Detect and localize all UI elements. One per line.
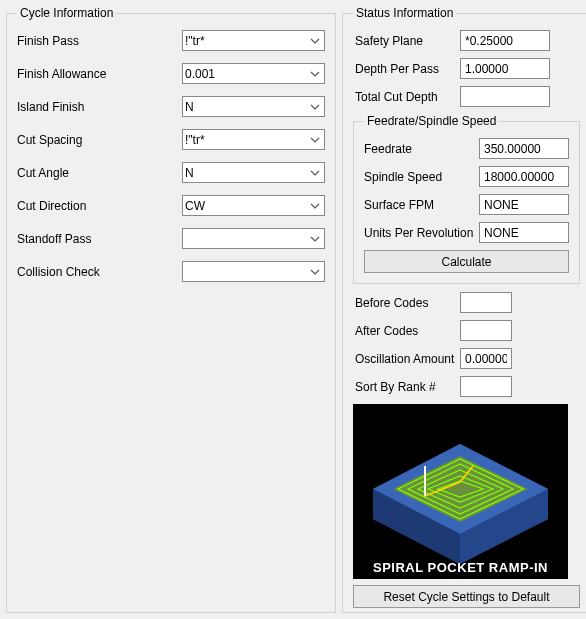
- label-safety-plane: Safety Plane: [355, 34, 460, 48]
- label-before-codes: Before Codes: [355, 296, 460, 310]
- row-osc-amount: Oscillation Amount: [353, 348, 580, 369]
- label-osc-amount: Oscillation Amount: [355, 352, 460, 366]
- label-units-per-rev: Units Per Revolution: [364, 226, 479, 240]
- feedrate-spindle-group: Feedrate/Spindle Speed Feedrate Spindle …: [353, 114, 580, 284]
- safety-plane-input[interactable]: [460, 30, 550, 51]
- standoff-pass-select[interactable]: [182, 228, 325, 249]
- label-after-codes: After Codes: [355, 324, 460, 338]
- finish-pass-select[interactable]: !"tr*: [182, 30, 325, 51]
- row-cut-spacing: Cut Spacing !"tr*: [17, 129, 325, 150]
- cycle-information-group: Cycle Information Finish Pass !"tr* Fini…: [6, 6, 336, 613]
- sort-by-rank-input[interactable]: [460, 376, 512, 397]
- row-total-cut-depth: Total Cut Depth: [353, 86, 580, 107]
- cut-spacing-select[interactable]: !"tr*: [182, 129, 325, 150]
- row-surface-fpm: Surface FPM: [364, 194, 569, 215]
- island-finish-select[interactable]: N: [182, 96, 325, 117]
- cycle-information-legend: Cycle Information: [17, 6, 116, 20]
- row-standoff-pass: Standoff Pass: [17, 228, 325, 249]
- row-after-codes: After Codes: [353, 320, 580, 341]
- row-cut-direction: Cut Direction CW: [17, 195, 325, 216]
- surface-fpm-input[interactable]: [479, 194, 569, 215]
- label-island-finish: Island Finish: [17, 100, 182, 114]
- main-layout: Cycle Information Finish Pass !"tr* Fini…: [6, 6, 580, 613]
- cycle-preview-image: SPIRAL POCKET RAMP-IN: [353, 404, 568, 579]
- row-island-finish: Island Finish N: [17, 96, 325, 117]
- label-spindle-speed: Spindle Speed: [364, 170, 479, 184]
- row-units-per-rev: Units Per Revolution: [364, 222, 569, 243]
- row-depth-per-pass: Depth Per Pass: [353, 58, 580, 79]
- osc-amount-input[interactable]: [460, 348, 512, 369]
- total-cut-depth-input[interactable]: [460, 86, 550, 107]
- status-information-legend: Status Information: [353, 6, 456, 20]
- feedrate-input[interactable]: [479, 138, 569, 159]
- reset-cycle-button[interactable]: Reset Cycle Settings to Default: [353, 585, 580, 608]
- units-per-rev-input[interactable]: [479, 222, 569, 243]
- after-codes-input[interactable]: [460, 320, 512, 341]
- status-information-group: Status Information Safety Plane Depth Pe…: [342, 6, 586, 613]
- label-standoff-pass: Standoff Pass: [17, 232, 182, 246]
- cut-direction-select[interactable]: CW: [182, 195, 325, 216]
- cut-angle-select[interactable]: N: [182, 162, 325, 183]
- row-finish-pass: Finish Pass !"tr*: [17, 30, 325, 51]
- label-total-cut-depth: Total Cut Depth: [355, 90, 460, 104]
- row-cut-angle: Cut Angle N: [17, 162, 325, 183]
- calculate-button[interactable]: Calculate: [364, 250, 569, 273]
- label-surface-fpm: Surface FPM: [364, 198, 479, 212]
- row-feedrate: Feedrate: [364, 138, 569, 159]
- before-codes-input[interactable]: [460, 292, 512, 313]
- row-spindle-speed: Spindle Speed: [364, 166, 569, 187]
- row-finish-allowance: Finish Allowance 0.001: [17, 63, 325, 84]
- label-collision-check: Collision Check: [17, 265, 182, 279]
- row-collision-check: Collision Check: [17, 261, 325, 282]
- row-sort-by-rank: Sort By Rank #: [353, 376, 580, 397]
- row-before-codes: Before Codes: [353, 292, 580, 313]
- preview-caption: SPIRAL POCKET RAMP-IN: [353, 560, 568, 575]
- label-sort-by-rank: Sort By Rank #: [355, 380, 460, 394]
- label-feedrate: Feedrate: [364, 142, 479, 156]
- label-finish-pass: Finish Pass: [17, 34, 182, 48]
- spindle-speed-input[interactable]: [479, 166, 569, 187]
- label-depth-per-pass: Depth Per Pass: [355, 62, 460, 76]
- feedrate-spindle-legend: Feedrate/Spindle Speed: [364, 114, 499, 128]
- label-cut-angle: Cut Angle: [17, 166, 182, 180]
- collision-check-select[interactable]: [182, 261, 325, 282]
- row-safety-plane: Safety Plane: [353, 30, 580, 51]
- label-cut-spacing: Cut Spacing: [17, 133, 182, 147]
- finish-allowance-select[interactable]: 0.001: [182, 63, 325, 84]
- label-finish-allowance: Finish Allowance: [17, 67, 182, 81]
- label-cut-direction: Cut Direction: [17, 199, 182, 213]
- depth-per-pass-input[interactable]: [460, 58, 550, 79]
